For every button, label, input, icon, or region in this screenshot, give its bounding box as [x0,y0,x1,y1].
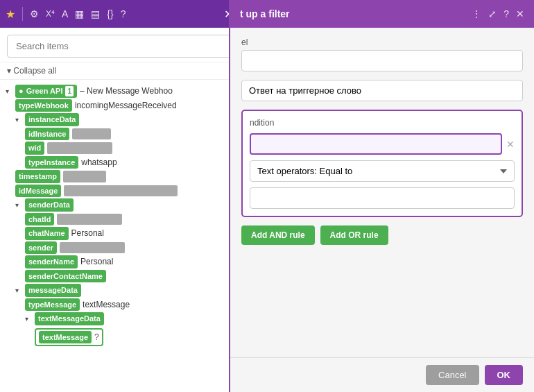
messageData-row: ▾ messageData [15,284,233,297]
tree-caret[interactable]: ▾ [6,86,12,96]
chatName-row: chatName Personal [25,227,233,240]
label-value-input[interactable] [241,80,523,101]
typeInstance-tag[interactable]: typeInstance [25,156,78,169]
green-api-tag[interactable]: ● Green API 1 [15,85,77,98]
operator-select[interactable]: Text operators: Equal to Text operators:… [250,160,515,182]
help-icon[interactable]: ? [121,8,126,19]
modal-header-icons: ⋮ ⤢ ? ✕ [472,8,524,19]
collapse-all-button[interactable]: ▾ Collapse all [0,62,239,80]
star-icon[interactable]: ★ [6,8,15,21]
search-area [0,28,239,62]
textMessageData-caret[interactable]: ▾ [25,314,32,324]
green-api-suffix: – New Message Webhoo [80,85,173,97]
typeInstance-value: whatsapp [81,156,117,169]
textMessageData-tag[interactable]: textMessageData [35,312,104,325]
condition-box: ndition ✕ Text operators: Equal to Text … [241,110,523,217]
filter-modal: t up a filter ⋮ ⤢ ? ✕ el ndition ✕ [229,0,534,392]
textMessageData-row: ▾ textMessageData [25,312,233,325]
modal-close-icon[interactable]: ✕ [516,8,524,19]
instanceData-tag[interactable]: instanceData [25,113,79,126]
wid-value: ████████@c.us [47,142,112,154]
grid-icon[interactable]: ▦ [75,8,84,19]
typeWebhook-row: typeWebhook incomingMessageReceived [15,99,233,112]
chatId-value: ████████@c.us [57,214,122,225]
modal-footer: Cancel OK [230,357,534,392]
typeMessage-value: textMessage [83,298,130,311]
ok-button[interactable]: OK [485,365,524,385]
timestamp-tag[interactable]: timestamp [15,170,60,183]
condition-remove-button[interactable]: ✕ [506,139,515,150]
cancel-button[interactable]: Cancel [426,365,479,385]
chatName-value: Personal [71,227,104,239]
condition-row: ✕ [250,133,515,155]
add-or-rule-button[interactable]: Add OR rule [320,225,388,245]
code-icon[interactable]: {} [107,8,113,19]
sender-row: sender ████████@c.us [25,241,233,255]
condition-value-input[interactable] [250,133,502,155]
modal-help-icon[interactable]: ? [503,8,509,19]
toolbar-separator [22,7,23,21]
tree-area: ▾ ● Green API 1 – New Message Webhoo typ… [0,80,239,392]
senderName-row: senderName Personal [25,255,233,269]
label-value-display [241,80,523,101]
expand-icon[interactable]: ⤢ [488,8,497,19]
senderData-row: ▾ senderData [15,198,233,212]
value-input[interactable] [250,187,515,209]
textMessage-tag[interactable]: textMessage [39,331,92,344]
typeWebhook-value: incomingMessageReceived [75,99,177,112]
idMessage-tag[interactable]: idMessage [15,185,61,198]
label-label: el [241,37,523,47]
textMessage-highlight-box: textMessage ? [35,328,103,347]
toolbar: ★ ⚙ X⁴ A ▦ ▤ {} ? ✕ [0,0,239,28]
messageData-caret[interactable]: ▾ [15,285,22,296]
green-api-row: ▾ ● Green API 1 – New Message Webhoo [6,85,233,98]
idInstance-value: 1103████ [72,128,111,140]
senderName-value: Personal [80,255,113,268]
typeMessage-tag[interactable]: typeMessage [25,298,80,312]
label-input[interactable] [241,50,523,71]
textMessage-row: textMessage ? [35,327,233,347]
idInstance-tag[interactable]: idInstance [25,128,69,141]
modal-title: t up a filter [240,8,290,19]
typeInstance-row: typeInstance whatsapp [25,156,233,169]
instanceData-row: ▾ instanceData [15,113,233,126]
condition-label: ndition [250,118,515,128]
senderData-tag[interactable]: senderData [25,198,74,212]
question-icon[interactable]: ? [94,331,99,343]
messageData-tag[interactable]: messageData [25,284,81,297]
modal-body: el ndition ✕ Text operators: Equal to Te… [230,28,534,357]
typeMessage-row: typeMessage textMessage [25,298,233,312]
chatId-row: chatId ████████@c.us [25,213,233,226]
wid-tag[interactable]: wid [25,142,44,155]
modal-header: t up a filter ⋮ ⤢ ? ✕ [230,0,534,28]
idInstance-row: idInstance 1103████ [25,128,233,141]
wid-row: wid ████████@c.us [25,142,233,155]
label-group: el [241,37,523,71]
rule-buttons: Add AND rule Add OR rule [241,225,523,245]
left-panel: ★ ⚙ X⁴ A ▦ ▤ {} ? ✕ ▾ Collapse all ▾ ● G… [0,0,239,392]
senderContactName-tag[interactable]: senderContactName [25,270,106,283]
superscript-icon[interactable]: X⁴ [46,9,55,19]
typeWebhook-tag[interactable]: typeWebhook [15,99,72,112]
table-icon[interactable]: ▤ [91,8,100,19]
sender-tag[interactable]: sender [25,241,57,255]
search-input[interactable] [7,35,232,58]
senderData-caret[interactable]: ▾ [15,200,22,210]
timestamp-row: timestamp ████████ [15,170,233,183]
settings-icon[interactable]: ⚙ [30,8,39,19]
text-icon[interactable]: A [62,8,68,19]
idMessage-row: idMessage █████████████████████ [15,185,233,198]
senderName-tag[interactable]: senderName [25,255,78,269]
idMessage-value: █████████████████████ [64,185,178,197]
sender-value: ████████@c.us [60,242,125,254]
green-api-circle: ● [19,85,24,97]
instanceData-caret[interactable]: ▾ [15,114,22,125]
add-and-rule-button[interactable]: Add AND rule [241,225,315,245]
chatId-tag[interactable]: chatId [25,213,54,226]
senderContactName-row: senderContactName [25,270,233,283]
more-icon[interactable]: ⋮ [472,8,481,19]
timestamp-value: ████████ [63,171,106,182]
chatName-tag[interactable]: chatName [25,227,69,240]
